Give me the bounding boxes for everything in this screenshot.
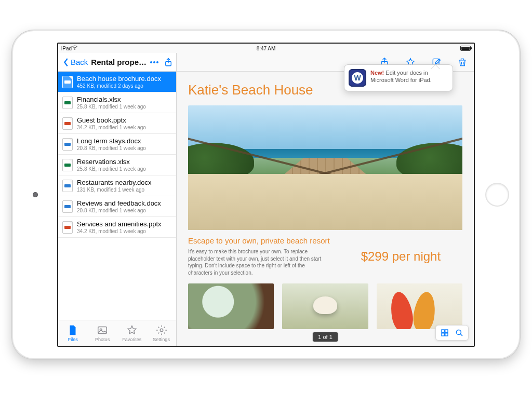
battery-icon [460, 46, 471, 51]
more-button[interactable] [150, 61, 158, 63]
file-meta: 452 KB, modified 2 days ago [77, 83, 161, 89]
view-mode-toolbar [435, 325, 469, 341]
file-name: Services and amenities.pptx [77, 220, 162, 228]
tab-photos[interactable]: Photos [88, 324, 117, 342]
file-name: Long term stays.docx [77, 137, 146, 145]
file-type-icon [62, 200, 73, 213]
svg-rect-9 [442, 333, 444, 336]
svg-rect-8 [445, 330, 448, 332]
camera [33, 192, 38, 197]
folder-title: Rental property [91, 58, 148, 66]
thumb-image [282, 283, 368, 329]
hero-image [188, 105, 462, 230]
document-preview[interactable]: Katie's Beach House Escape to your own, … [177, 72, 474, 346]
tab-settings-label: Settings [153, 337, 170, 342]
thumbnail-row [188, 283, 462, 329]
file-meta: 25.8 KB, modified 1 week ago [77, 104, 146, 110]
file-meta: 131 KB, modified 1 week ago [77, 187, 152, 193]
status-bar: iPad 8:47 AM [58, 44, 474, 53]
file-type-icon [62, 117, 73, 130]
file-name: Reservations.xlsx [77, 158, 146, 166]
file-type-icon [62, 180, 73, 192]
file-row[interactable]: Long term stays.docx20.8 KB, modified 1 … [58, 134, 176, 155]
doc-body: It's easy to make this brochure your own… [188, 248, 330, 276]
back-button[interactable]: Back [61, 58, 88, 67]
file-row[interactable]: Restaurants nearby.docx131 KB, modified … [58, 175, 176, 196]
tab-files-label: Files [68, 337, 78, 342]
thumb-image [377, 283, 462, 329]
file-list[interactable]: Beach house brochure.docx452 KB, modifie… [58, 72, 176, 320]
svg-rect-10 [445, 333, 448, 336]
delete-button[interactable] [457, 57, 468, 67]
svg-point-0 [74, 49, 75, 50]
screen: iPad 8:47 AM Back [57, 43, 475, 347]
file-type-icon [62, 97, 73, 109]
share-button[interactable] [164, 58, 173, 67]
svg-point-11 [456, 330, 461, 334]
preview-panel: Katie's Beach House Escape to your own, … [177, 53, 474, 346]
file-type-icon [62, 159, 73, 171]
search-button[interactable] [455, 328, 464, 337]
ipad-frame: iPad 8:47 AM Back [13, 31, 519, 358]
file-row[interactable]: Guest book.pptx34.2 KB, modified 1 week … [58, 113, 176, 134]
edit-in-word-popover[interactable]: W New! Edit your docs in Microsoft Word … [344, 64, 453, 91]
file-row[interactable]: Financials.xlsx25.8 KB, modified 1 week … [58, 92, 176, 113]
file-name: Financials.xlsx [77, 96, 146, 103]
svg-rect-7 [442, 330, 444, 332]
grid-view-button[interactable] [440, 328, 449, 337]
file-name: Restaurants nearby.docx [77, 179, 152, 186]
file-name: Beach house brochure.docx [77, 75, 161, 83]
svg-point-4 [160, 329, 163, 332]
tab-bar: Files Photos Favorites Settings [58, 320, 176, 346]
file-row[interactable]: Reviews and feedback.docx20.8 KB, modifi… [58, 196, 176, 217]
file-meta: 34.2 KB, modified 1 week ago [77, 125, 146, 130]
file-row[interactable]: Services and amenities.pptx34.2 KB, modi… [58, 217, 176, 238]
file-name: Reviews and feedback.docx [77, 199, 161, 207]
file-name: Guest book.pptx [77, 116, 146, 124]
sidebar: Back Rental property Beach ho [58, 53, 177, 346]
file-type-icon [62, 76, 73, 88]
file-row[interactable]: Beach house brochure.docx452 KB, modifie… [58, 72, 176, 92]
page-indicator: 1 of 1 [313, 332, 338, 342]
file-meta: 25.8 KB, modified 1 week ago [77, 166, 146, 172]
file-type-icon [62, 138, 73, 151]
nav-bar: Back Rental property [58, 53, 176, 72]
tab-photos-label: Photos [95, 337, 110, 342]
file-meta: 20.8 KB, modified 1 week ago [77, 208, 161, 213]
tab-files[interactable]: Files [58, 324, 87, 342]
file-type-icon [62, 221, 73, 234]
back-label: Back [71, 58, 88, 66]
svg-rect-2 [98, 327, 107, 333]
clock: 8:47 AM [257, 46, 276, 51]
popover-text: New! Edit your docs in Microsoft Word fo… [370, 69, 447, 84]
thumb-image [188, 283, 274, 329]
carrier-label: iPad [61, 46, 72, 51]
tab-settings[interactable]: Settings [147, 324, 176, 342]
file-meta: 20.8 KB, modified 1 week ago [77, 145, 146, 151]
file-row[interactable]: Reservations.xlsx25.8 KB, modified 1 wee… [58, 155, 176, 175]
wifi-icon [72, 45, 78, 51]
doc-subtitle: Escape to your own, private beach resort [188, 236, 330, 245]
file-meta: 34.2 KB, modified 1 week ago [77, 228, 162, 234]
tab-favorites-label: Favorites [122, 337, 141, 342]
home-button[interactable] [485, 183, 509, 207]
tab-favorites[interactable]: Favorites [117, 324, 147, 342]
word-app-icon: W [349, 69, 366, 87]
doc-price: $299 per night [339, 236, 462, 276]
